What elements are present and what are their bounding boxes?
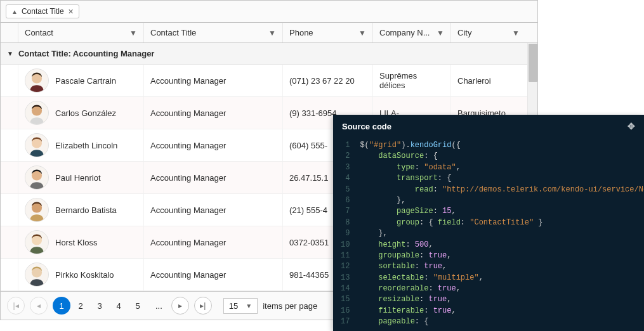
page-size-value: 15 — [229, 301, 238, 311]
filter-icon[interactable]: ▼ — [129, 29, 137, 37]
cell-company: Suprêmes délices — [373, 65, 451, 96]
page-size-select[interactable]: 15 ▼ — [223, 298, 258, 314]
avatar — [25, 133, 49, 157]
group-row-text: Contact Title: Accounting Manager — [18, 49, 155, 58]
expand-column-header — [1, 23, 18, 42]
contact-name: Bernardo Batista — [55, 205, 117, 215]
group-chip-label: Contact Title — [22, 7, 64, 16]
cell-contact: Paul Henriot — [18, 162, 144, 193]
column-header-title[interactable]: Contact Title ▼ — [144, 23, 283, 42]
column-header-contact[interactable]: Contact ▼ — [18, 23, 144, 42]
filter-icon[interactable]: ▼ — [437, 29, 444, 37]
code-panel-header[interactable]: Source code ✥ — [333, 115, 644, 138]
expand-cell — [1, 65, 18, 96]
pager-last-button[interactable]: ▸| — [194, 297, 212, 315]
contact-name: Paul Henriot — [55, 173, 101, 183]
source-code-panel: Source code ✥ 12345678910111213141516171… — [333, 115, 644, 331]
cell-contact: Carlos González — [18, 97, 144, 129]
cell-phone: (071) 23 67 22 20 — [283, 65, 373, 96]
column-label: Contact Title — [150, 28, 196, 37]
pager-prev-button[interactable]: ◂ — [30, 297, 48, 315]
cell-contact: Elizabeth Lincoln — [18, 129, 144, 161]
page-number[interactable]: 5 — [129, 297, 147, 315]
move-icon[interactable]: ✥ — [628, 121, 635, 131]
cell-city: Charleroi — [451, 65, 526, 96]
sort-asc-icon[interactable]: ▲ — [11, 8, 18, 15]
chevron-down-icon: ▼ — [246, 302, 252, 309]
contact-name: Horst Kloss — [55, 238, 97, 247]
filter-icon[interactable]: ▼ — [268, 29, 276, 37]
cell-title: Accounting Manager — [144, 162, 283, 193]
avatar — [25, 198, 49, 222]
expand-cell — [1, 162, 18, 193]
avatar — [25, 166, 49, 190]
cell-title: Accounting Manager — [144, 97, 283, 129]
contact-name: Pascale Cartrain — [55, 76, 116, 86]
close-icon[interactable]: ✕ — [68, 8, 74, 16]
cell-contact: Horst Kloss — [18, 226, 144, 258]
group-chip[interactable]: ▲ Contact Title ✕ — [6, 4, 79, 18]
column-header-company[interactable]: Company N... ▼ — [373, 23, 451, 42]
expand-cell — [1, 226, 18, 258]
collapse-icon[interactable]: ▼ — [7, 50, 13, 57]
page-size-label: items per page — [263, 301, 317, 311]
group-row[interactable]: ▼ Contact Title: Accounting Manager — [1, 43, 537, 65]
cell-contact: Bernardo Batista — [18, 194, 144, 226]
avatar — [25, 263, 49, 287]
expand-cell — [1, 129, 18, 161]
column-label: Phone — [289, 28, 313, 37]
contact-name: Elizabeth Lincoln — [55, 141, 117, 150]
avatar — [25, 68, 49, 93]
page-number[interactable]: 2 — [72, 297, 89, 315]
code-body: 12345678910111213141516171819202122 $("#… — [333, 138, 644, 328]
cell-title: Accounting Manager — [144, 194, 283, 226]
column-label: City — [457, 28, 471, 37]
page-number[interactable]: 4 — [110, 297, 128, 315]
cell-title: Accounting Manager — [144, 226, 283, 258]
expand-cell — [1, 259, 18, 290]
code-gutter: 12345678910111213141516171819202122 — [333, 138, 355, 328]
expand-cell — [1, 97, 18, 129]
cell-title: Accounting Manager — [144, 65, 283, 96]
page-size-picker: 15 ▼ items per page — [223, 298, 317, 314]
page-number[interactable]: 1 — [53, 297, 70, 315]
code-lines[interactable]: $("#grid").kendoGrid({ dataSource: { typ… — [355, 138, 644, 328]
column-label: Company N... — [379, 28, 430, 37]
column-header-city[interactable]: City ▼ — [451, 23, 526, 42]
code-panel-title: Source code — [342, 122, 391, 131]
cell-contact: Pascale Cartrain — [18, 65, 144, 96]
cell-title: Accounting Manager — [144, 259, 283, 290]
scrollbar-thumb[interactable] — [529, 44, 537, 82]
column-header-row: Contact ▼ Contact Title ▼ Phone ▼ Compan… — [1, 23, 537, 43]
pager-more[interactable]: ... — [152, 301, 166, 311]
table-row[interactable]: Pascale CartrainAccounting Manager(071) … — [1, 65, 537, 97]
avatar — [25, 230, 49, 254]
cell-title: Accounting Manager — [144, 129, 283, 161]
column-header-phone[interactable]: Phone ▼ — [283, 23, 373, 42]
grouping-bar[interactable]: ▲ Contact Title ✕ — [1, 1, 537, 23]
filter-icon[interactable]: ▼ — [358, 29, 366, 37]
contact-name: Pirkko Koskitalo — [55, 270, 114, 280]
pager-first-button[interactable]: |◂ — [7, 297, 25, 315]
column-label: Contact — [25, 28, 53, 37]
avatar — [25, 101, 49, 125]
contact-name: Carlos González — [55, 108, 116, 118]
pager-next-button[interactable]: ▸ — [171, 297, 189, 315]
page-number[interactable]: 3 — [91, 297, 108, 315]
expand-cell — [1, 194, 18, 226]
cell-contact: Pirkko Koskitalo — [18, 259, 144, 290]
filter-icon[interactable]: ▼ — [512, 29, 520, 37]
